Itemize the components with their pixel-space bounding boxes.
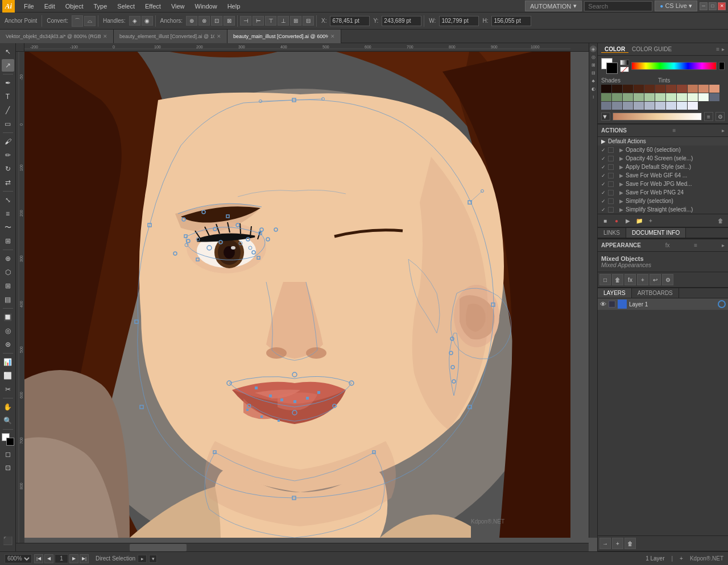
tool-zoom[interactable]: 🔍 xyxy=(2,414,14,427)
gradient-btn[interactable] xyxy=(620,60,629,65)
default-actions-group[interactable]: ▶ Default Actions xyxy=(598,137,728,146)
action-item-6[interactable]: ✓ ▶ Simplify (selection) xyxy=(598,197,728,205)
swatch[interactable] xyxy=(644,102,655,110)
appearance-options-btn[interactable]: fx xyxy=(624,274,636,285)
tool-paintbrush[interactable]: 🖌 xyxy=(2,135,14,148)
color-guide-tab[interactable]: COLOR GUIDE xyxy=(628,46,675,52)
swatch[interactable] xyxy=(623,85,633,93)
anchors-btn-1[interactable]: ⊕ xyxy=(186,16,197,26)
tool-blend[interactable]: ◎ xyxy=(2,325,14,337)
color-options-btn[interactable]: ≡ xyxy=(704,112,713,121)
menu-edit[interactable]: Edit xyxy=(40,2,60,11)
links-tab[interactable]: LINKS xyxy=(598,228,626,238)
menu-window[interactable]: Window xyxy=(191,2,222,11)
swatch[interactable] xyxy=(612,102,622,110)
action-record-btn[interactable]: ● xyxy=(611,215,622,226)
tool-mesh[interactable]: ⊞ xyxy=(2,280,14,292)
menu-file[interactable]: File xyxy=(19,2,39,11)
menu-help[interactable]: Help xyxy=(223,2,245,11)
layer-target-0[interactable] xyxy=(718,300,726,308)
appearance-panel-menu[interactable]: ≡ xyxy=(694,242,697,248)
search-input[interactable] xyxy=(584,1,652,11)
tool-pen[interactable]: ✒ xyxy=(2,77,14,89)
swatch[interactable] xyxy=(612,93,622,101)
swatch[interactable] xyxy=(709,85,719,93)
action-item-7[interactable]: ✓ ▶ Simplify Straight (selecti...) xyxy=(598,205,728,214)
swatch[interactable] xyxy=(698,93,709,101)
handles-btn-2[interactable]: ◉ xyxy=(142,16,153,26)
swatch[interactable] xyxy=(623,102,633,110)
align-btn-3[interactable]: ⊤ xyxy=(265,16,276,26)
nav-next-btn[interactable]: ▶ xyxy=(69,554,78,563)
swatch[interactable] xyxy=(601,85,611,93)
stroke-color[interactable] xyxy=(6,438,14,446)
tool-shape-builder[interactable]: ⊕ xyxy=(2,252,14,265)
swatch[interactable] xyxy=(601,93,611,101)
tool-rotate[interactable]: ↻ xyxy=(2,163,14,175)
x-input[interactable] xyxy=(330,16,370,26)
tool-select-arrow[interactable]: ↖ xyxy=(2,45,14,58)
tab-1-close[interactable]: ✕ xyxy=(217,34,221,39)
color-panel-expand[interactable]: ≡ xyxy=(716,46,719,52)
nav-prev-btn[interactable]: ◀ xyxy=(44,554,53,563)
tool-type[interactable]: T xyxy=(2,90,14,103)
swatch[interactable] xyxy=(634,85,644,93)
swatch[interactable] xyxy=(709,93,719,101)
tool-pencil[interactable]: ✏ xyxy=(2,149,14,161)
swatch[interactable] xyxy=(644,85,655,93)
action-delete-btn[interactable]: 🗑 xyxy=(715,215,726,226)
swatch[interactable] xyxy=(623,93,633,101)
black-swatch[interactable] xyxy=(719,62,725,70)
minimize-btn[interactable]: ─ xyxy=(700,2,708,10)
status-expand-btn[interactable]: ▸ xyxy=(138,555,147,563)
doc-info-tab[interactable]: DOCUMENT INFO xyxy=(626,228,686,238)
layers-tab[interactable]: LAYERS xyxy=(598,288,632,298)
action-item-2[interactable]: ✓ ▶ Apply Default Style (sel...) xyxy=(598,163,728,171)
none-btn[interactable] xyxy=(620,67,629,72)
layer-move-btn[interactable]: → xyxy=(599,538,611,549)
actions-panel-menu[interactable]: ≡ xyxy=(673,127,676,134)
swatch[interactable] xyxy=(655,102,665,110)
align-btn-5[interactable]: ⊞ xyxy=(290,16,301,26)
tool-reflect[interactable]: ⇄ xyxy=(2,176,14,189)
maximize-btn[interactable]: □ xyxy=(709,2,717,10)
menu-effect[interactable]: Effect xyxy=(140,2,166,11)
tool-scale[interactable]: ⤡ xyxy=(2,194,14,206)
swatch[interactable] xyxy=(666,102,676,110)
tool-rect[interactable]: ▭ xyxy=(2,118,14,130)
swatch[interactable] xyxy=(677,85,687,93)
tool-free-transform[interactable]: ⊞ xyxy=(2,235,14,247)
color-band[interactable] xyxy=(613,113,702,121)
tab-0-close[interactable]: ✕ xyxy=(103,34,107,39)
automation-dropdown[interactable]: AUTOMATION ▾ xyxy=(525,1,582,11)
tool-line[interactable]: ╱ xyxy=(2,104,14,117)
action-play-btn[interactable]: ▶ xyxy=(623,215,633,226)
artboards-tab[interactable]: ARTBOARDS xyxy=(632,288,679,298)
action-item-1[interactable]: ✓ ▶ Opacity 40 Screen (sele...) xyxy=(598,154,728,163)
color-tab[interactable]: COLOR xyxy=(601,46,628,53)
tab-1[interactable]: beauty_element_illust [Converted].ai @ 1… xyxy=(114,30,228,43)
tool-hand[interactable]: ✋ xyxy=(2,401,14,413)
fill-stroke-widget[interactable] xyxy=(2,433,14,446)
swatch[interactable] xyxy=(612,85,622,93)
zoom-select[interactable]: 600% 400% 200% 100% xyxy=(5,554,32,563)
tool-change-mode[interactable]: ⊡ xyxy=(2,462,14,474)
swatch[interactable] xyxy=(666,85,676,93)
tool-symbol[interactable]: ⊛ xyxy=(2,338,14,351)
tool-gradient[interactable]: ▤ xyxy=(2,293,14,306)
menu-view[interactable]: View xyxy=(167,2,189,11)
tool-artboard[interactable]: ⬜ xyxy=(2,369,14,382)
appearance-new-item-btn[interactable]: □ xyxy=(599,274,611,285)
tab-2-close[interactable]: ✕ xyxy=(330,34,335,39)
align-btn-6[interactable]: ⊟ xyxy=(303,16,314,26)
swatch[interactable] xyxy=(677,102,687,110)
cs-live-btn[interactable]: ● CS Live ▾ xyxy=(655,1,697,11)
appearance-settings-btn[interactable]: ⚙ xyxy=(662,274,673,285)
menu-type[interactable]: Type xyxy=(89,2,112,11)
actions-panel-close[interactable]: ▸ xyxy=(722,127,725,134)
tool-perspective[interactable]: ⬡ xyxy=(2,266,14,279)
w-input[interactable] xyxy=(439,16,479,26)
layer-add-btn[interactable]: + xyxy=(612,538,623,549)
tool-column-graph[interactable]: 📊 xyxy=(2,356,14,368)
action-item-4[interactable]: ✓ ▶ Save For Web JPG Med... xyxy=(598,180,728,188)
